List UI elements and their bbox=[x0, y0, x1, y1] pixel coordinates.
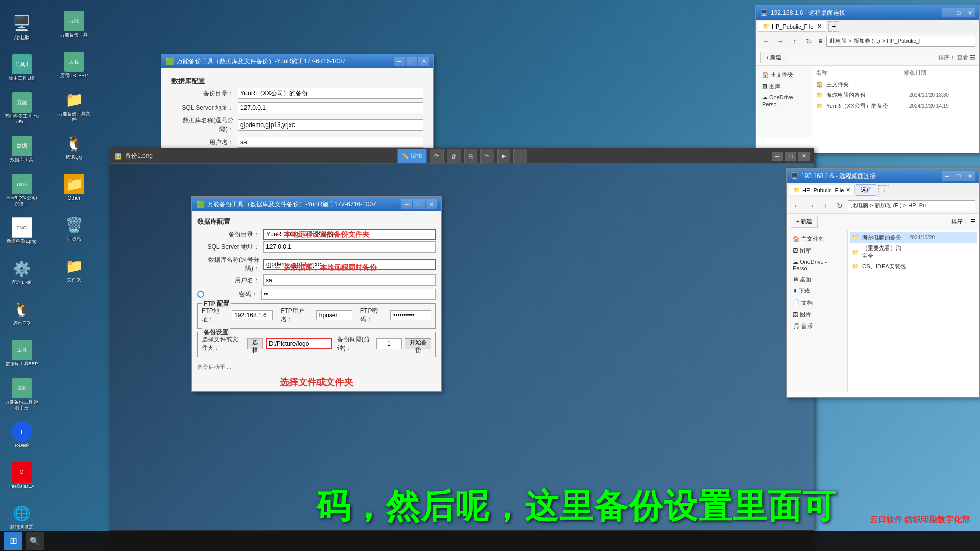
backup-bg-restore[interactable]: □ bbox=[406, 57, 417, 66]
taskbar-search[interactable]: 🔍 bbox=[26, 532, 44, 550]
sidebar-fg-downloads[interactable]: ⬇ 下载 bbox=[789, 285, 845, 297]
backup-fg-input-user[interactable] bbox=[263, 274, 436, 286]
start-button[interactable]: ⊞ bbox=[4, 532, 22, 550]
file-item-haier-fg[interactable]: 📁 海尔电脑的备份 2024/10/20 bbox=[850, 232, 977, 243]
sidebar-fg-onedrive[interactable]: ☁ OneDrive - Perso bbox=[789, 257, 845, 273]
backup-bg-input-user[interactable] bbox=[238, 137, 423, 148]
explorer-fg-address[interactable] bbox=[848, 200, 975, 211]
backup-fg-input-pass[interactable] bbox=[261, 289, 436, 300]
desktop-icon-qq1[interactable]: 🐧 腾讯QQ bbox=[3, 293, 41, 332]
photo-crop-btn[interactable]: ✂ bbox=[480, 149, 494, 163]
desktop-icon-recycle[interactable]: 🗑️ 回收站 bbox=[55, 209, 93, 247]
desktop-icon-dbbrp[interactable]: 工具 数据库工具BRP bbox=[3, 334, 41, 372]
explorer-bg-minimize[interactable]: ─ bbox=[942, 8, 953, 17]
sidebar-fg-gallery[interactable]: 🖼 图库 bbox=[789, 245, 845, 257]
desktop-icon-backup-files[interactable]: 📁 万能备份工具文件 bbox=[55, 87, 93, 125]
explorer-fg-minimize[interactable]: ─ bbox=[942, 171, 953, 181]
file-item-haier[interactable]: 📁 海尔电脑的备份 2024/10/20 13:30 bbox=[814, 90, 977, 101]
explorer-bg-address[interactable] bbox=[826, 36, 975, 47]
desktop-icon-db[interactable]: 数据 数据库工具 bbox=[3, 130, 41, 168]
photo-delete-btn[interactable]: 🗑 bbox=[447, 149, 461, 163]
explorer-bg-sort-btn[interactable]: 排序 ↕ bbox=[938, 54, 954, 61]
explorer-fg-maximize[interactable]: □ bbox=[953, 171, 964, 181]
photo-close-btn[interactable]: ✕ bbox=[798, 152, 810, 161]
photo-minimize-btn[interactable]: ─ bbox=[772, 152, 783, 161]
desktop-icon-other[interactable]: 📁 Other bbox=[55, 168, 93, 207]
explorer-bg-up[interactable]: ↑ bbox=[789, 36, 801, 47]
desktop-icon-folder[interactable]: 📁 文件夹 bbox=[55, 250, 93, 288]
explorer-fg-close[interactable]: ✕ bbox=[964, 171, 975, 181]
photo-play-btn[interactable]: ▶ bbox=[497, 149, 510, 163]
ftp-pass-input[interactable] bbox=[390, 310, 431, 320]
explorer-fg-tab1[interactable]: 📁 HP_Pubulic_File ✕ bbox=[789, 185, 855, 195]
file-item-yunri[interactable]: 📁 YunRi（XX公司）的备份 2024/10/20 14:19 bbox=[814, 101, 977, 111]
desktop-icon-settings[interactable]: ⚙️ 配合1 kai bbox=[3, 253, 41, 291]
photo-maximize-btn[interactable]: □ bbox=[785, 152, 796, 161]
sidebar-fg-docs[interactable]: 📄 文档 bbox=[789, 297, 845, 309]
explorer-bg-close[interactable]: ✕ bbox=[964, 8, 975, 17]
desktop-icon-browser[interactable]: 🌐 联想浏览器 bbox=[3, 497, 41, 536]
ftp-user-input[interactable] bbox=[316, 310, 352, 320]
sidebar-fg-desktop[interactable]: 🖥 桌面 bbox=[789, 273, 845, 285]
backup-bg-close[interactable]: ✕ bbox=[418, 57, 429, 66]
backup-fg-input-backup-dir[interactable] bbox=[263, 229, 436, 240]
backup-bg-input-backup-dir[interactable] bbox=[238, 88, 423, 99]
backup-bg-input-db[interactable] bbox=[238, 119, 423, 131]
file-item-home[interactable]: 🏠 主文件夹 bbox=[814, 79, 977, 90]
explorer-bg-back[interactable]: ← bbox=[760, 36, 772, 47]
desktop-icon-computer[interactable]: 🖥️ 此电脑 bbox=[3, 8, 41, 46]
explorer-fg-new-tab-btn[interactable]: + bbox=[878, 185, 889, 195]
start-backup-btn[interactable]: 开始备份 bbox=[405, 338, 431, 349]
photo-copy-btn[interactable]: ⎘ bbox=[464, 149, 477, 163]
select-files-btn[interactable]: 选择 bbox=[247, 338, 263, 349]
explorer-fg-refresh[interactable]: ↻ bbox=[834, 200, 846, 211]
sidebar-item-gallery[interactable]: 🖼 图库 bbox=[758, 81, 810, 92]
photo-more-btn[interactable]: ... bbox=[513, 149, 527, 163]
explorer-bg-refresh[interactable]: ↻ bbox=[803, 36, 815, 47]
explorer-fg-tab1-close[interactable]: ✕ bbox=[846, 187, 850, 193]
explorer-fg-back[interactable]: ← bbox=[791, 200, 803, 211]
desktop-icon-qq2[interactable]: 🐧 腾讯QQ bbox=[55, 128, 93, 166]
desktop-icon-tool1[interactable]: 工具1 物主工具1版 bbox=[3, 48, 41, 87]
explorer-bg-view-btn[interactable]: 查看 ☰ bbox=[957, 54, 975, 61]
sidebar-fg-music[interactable]: 🎵 音乐 bbox=[789, 320, 845, 332]
interval-input[interactable] bbox=[376, 338, 402, 349]
sidebar-fg-pics[interactable]: 🖼 图片 bbox=[789, 309, 845, 320]
explorer-bg-tab-close[interactable]: ✕ bbox=[817, 23, 822, 30]
radio-button[interactable] bbox=[197, 291, 204, 298]
explorer-fg-view-btn[interactable]: ☰ bbox=[970, 218, 975, 225]
explorer-bg-forward[interactable]: → bbox=[774, 36, 787, 47]
explorer-bg-new-tab-btn[interactable]: + bbox=[828, 21, 839, 32]
backup-fg-minimize[interactable]: ─ bbox=[401, 199, 412, 209]
backup-fg-input-db[interactable] bbox=[263, 259, 436, 270]
explorer-fg-forward[interactable]: → bbox=[805, 200, 817, 211]
backup-fg-close[interactable]: ✕ bbox=[426, 199, 437, 209]
sidebar-item-onedrive[interactable]: ☁ OneDrive - Perso bbox=[758, 92, 810, 109]
backup-bg-input-sql[interactable] bbox=[238, 102, 423, 113]
sidebar-fg-home[interactable]: 🏠 主文件夹 bbox=[789, 233, 845, 245]
photo-edit-btn[interactable]: ✏️ 编辑 bbox=[397, 149, 427, 163]
desktop-icon-lcheng[interactable]: 历程 历程DB_BRP bbox=[55, 46, 93, 84]
file-item-os[interactable]: 📁 OS、IDEA安装包 bbox=[850, 261, 977, 272]
explorer-fg-up[interactable]: ↑ bbox=[819, 200, 831, 211]
backup-fg-restore[interactable]: □ bbox=[413, 199, 425, 209]
desktop-icon-idea[interactable]: IJ IntelliJ IDEA bbox=[3, 457, 41, 495]
desktop-icon-manual[interactable]: 说明 万能备份工具 说明手册 bbox=[3, 375, 41, 413]
ftp-address-input[interactable] bbox=[232, 310, 273, 320]
explorer-fg-tab2[interactable]: 远程 bbox=[856, 184, 876, 196]
backup-path-input[interactable] bbox=[266, 338, 332, 349]
desktop-icon-yunri[interactable]: YunR YunRi(XX公司) 的备... bbox=[3, 171, 41, 209]
file-item-taobao[interactable]: 📁 （重要先看）淘宝全 bbox=[850, 243, 977, 261]
desktop-icon-backup2[interactable]: 万能 万能备份工具 bbox=[55, 5, 93, 43]
sidebar-item-home[interactable]: 🏠 主文件夹 bbox=[758, 69, 810, 81]
explorer-bg-tab[interactable]: 📁 HP_Pubulic_File ✕ bbox=[758, 21, 826, 32]
explorer-fg-sort-btn[interactable]: 排序 ↕ bbox=[951, 218, 967, 226]
desktop-icon-todesk[interactable]: T ToDesk bbox=[3, 416, 41, 454]
explorer-fg-new-btn[interactable]: + 新建 bbox=[791, 216, 818, 228]
backup-bg-minimize[interactable]: ─ bbox=[394, 57, 405, 66]
explorer-bg-new-btn[interactable]: + 新建 bbox=[760, 52, 787, 63]
backup-fg-input-sql[interactable] bbox=[263, 241, 436, 253]
explorer-bg-maximize[interactable]: □ bbox=[953, 8, 964, 17]
desktop-icon-backup-tool[interactable]: 万能 万能备份工具 YunRi... bbox=[3, 89, 41, 128]
photo-rotate-btn[interactable]: ⟳ bbox=[430, 149, 444, 163]
